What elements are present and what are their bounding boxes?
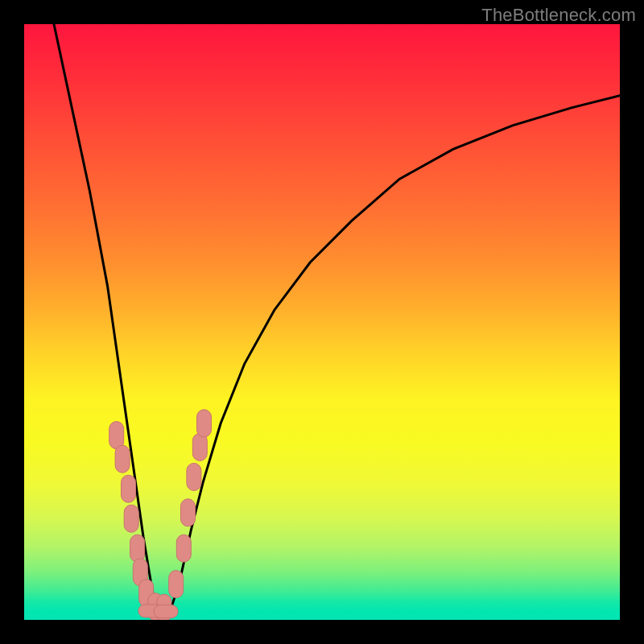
watermark-text: TheBottleneck.com <box>481 5 636 26</box>
outer-frame: TheBottleneck.com <box>0 0 644 644</box>
plot-background <box>24 24 620 620</box>
